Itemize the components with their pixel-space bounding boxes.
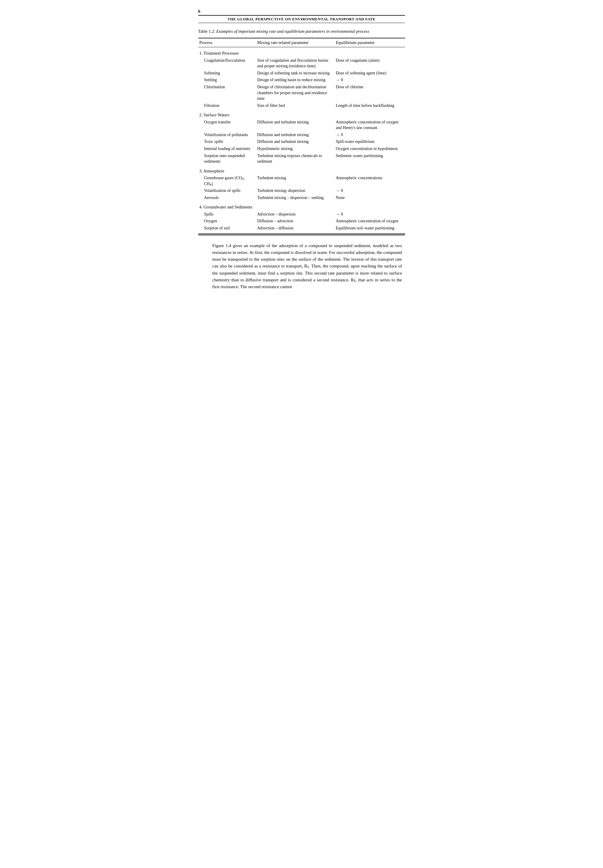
equil-cell: → 0 bbox=[335, 211, 405, 218]
equil-cell: Atmospheric concentration of oxygen bbox=[335, 217, 405, 225]
mixing-cell: Diffusion and turbulent mixing bbox=[256, 138, 335, 145]
table-row: Volatilization of spillsTurbulent mixing… bbox=[198, 187, 405, 194]
process-cell: Greenhouse gases (CO₂, CH₄) bbox=[198, 174, 256, 187]
equil-cell: → 0 bbox=[335, 131, 405, 139]
table-row: Volatilization of pollutantsDiffusion an… bbox=[198, 131, 405, 139]
process-cell: Toxic spills bbox=[198, 138, 256, 145]
mixing-cell: Design of settling basin to reduce mixin… bbox=[256, 77, 335, 83]
process-cell: Internal loading of nutrients bbox=[198, 145, 256, 152]
process-cell: Filtration bbox=[198, 102, 256, 109]
mixing-cell: Turbulent mixing bbox=[256, 174, 335, 187]
equil-cell: Dose of softening agent (lime) bbox=[335, 70, 405, 77]
table-row: SpillsAdvection – dispersion→ 0 bbox=[198, 211, 405, 218]
section-header: 2. Surface Waters bbox=[198, 109, 405, 119]
col-header-equil: Equilibrium parameter bbox=[335, 38, 405, 47]
mixing-cell: Turbulent mixing–dispersion bbox=[256, 187, 335, 194]
process-cell: Oxygen transfer bbox=[198, 119, 256, 131]
page-number: 6 bbox=[198, 9, 405, 14]
mixing-cell: Size of filter bed bbox=[256, 102, 335, 109]
mixing-cell: Advection – diffusion bbox=[256, 225, 335, 234]
equil-cell: Dose of coagulants (alum) bbox=[335, 57, 405, 70]
process-cell: Softening bbox=[198, 70, 256, 77]
table-row: ChlorinationDesign of chlorination and d… bbox=[198, 83, 405, 102]
table-row: Oxygen transferDiffusion and turbulent m… bbox=[198, 119, 405, 131]
equil-cell: Spill-water equilibrium bbox=[335, 138, 405, 145]
equil-cell: None bbox=[335, 194, 405, 201]
process-cell: Spills bbox=[198, 211, 256, 218]
equil-cell: → 0 bbox=[335, 77, 405, 83]
equil-cell: Dose of chlorine bbox=[335, 83, 405, 102]
mixing-cell: Turbulent mixing – dispersion – settling bbox=[256, 194, 335, 201]
process-cell: Volatilization of pollutants bbox=[198, 131, 256, 139]
table-caption: Table 1.2: Examples of important mixing … bbox=[198, 28, 405, 34]
equil-cell: Length of time before backflushing bbox=[335, 102, 405, 109]
mixing-cell: Hypolimnetic mixing bbox=[256, 145, 335, 152]
section-header: 1. Treatment Processes bbox=[198, 47, 405, 57]
process-cell: Sorption onto suspended sediments bbox=[198, 152, 256, 165]
mixing-cell: Diffusion – advection bbox=[256, 217, 335, 225]
table-row: Coagulation/flocculationSize of coagulat… bbox=[198, 57, 405, 70]
table-row: SofteningDesign of softening tank to inc… bbox=[198, 70, 405, 77]
table-row: AerosolsTurbulent mixing – dispersion – … bbox=[198, 194, 405, 201]
process-cell: Aerosols bbox=[198, 194, 256, 201]
equil-cell: Equilibrium soil–water partitioning bbox=[335, 225, 405, 234]
table-row: Toxic spillsDiffusion and turbulent mixi… bbox=[198, 138, 405, 145]
mixing-cell: Size of coagulation and flocculation bas… bbox=[256, 57, 335, 70]
equil-cell: Sediment–water partitioning bbox=[335, 152, 405, 165]
table-row: SettlingDesign of settling basin to redu… bbox=[198, 77, 405, 83]
mixing-cell: Diffusion and turbulent mixing bbox=[256, 131, 335, 139]
process-cell: Volatilization of spills bbox=[198, 187, 256, 194]
process-cell: Coagulation/flocculation bbox=[198, 57, 256, 70]
process-cell: Oxygen bbox=[198, 217, 256, 225]
process-cell: Settling bbox=[198, 77, 256, 83]
table-row: Internal loading of nutrientsHypolimneti… bbox=[198, 145, 405, 152]
process-cell: Chlorination bbox=[198, 83, 256, 102]
mixing-cell: Turbulent mixing exposes chemicals to se… bbox=[256, 152, 335, 165]
equil-cell: Atmospheric concentration of oxygen and … bbox=[335, 119, 405, 131]
page-header: THE GLOBAL PERSPECTIVE ON ENVIRONMENTAL … bbox=[198, 15, 405, 23]
body-text: Figure 1.4 gives an example of the adsor… bbox=[198, 242, 405, 290]
section-header: 3. Atmosphere bbox=[198, 165, 405, 174]
mixing-cell: Diffusion and turbulent mixing bbox=[256, 119, 335, 131]
equil-cell: Atmospheric concentrations bbox=[335, 174, 405, 187]
table-row: Greenhouse gases (CO₂, CH₄)Turbulent mix… bbox=[198, 174, 405, 187]
main-table: Process Mixing rate-related parameter Eq… bbox=[198, 38, 405, 235]
equil-cell: → 0 bbox=[335, 187, 405, 194]
mixing-cell: Design of chlorination and dechlorinatio… bbox=[256, 83, 335, 102]
mixing-cell: Design of softening tank to increase mix… bbox=[256, 70, 335, 77]
col-header-process: Process bbox=[198, 38, 256, 47]
table-row: OxygenDiffusion – advectionAtmospheric c… bbox=[198, 217, 405, 225]
process-cell: Sorption of soil bbox=[198, 225, 256, 234]
table-row: Sorption onto suspended sedimentsTurbule… bbox=[198, 152, 405, 165]
section-header: 4. Groundwater and Sediments bbox=[198, 201, 405, 211]
equil-cell: Oxygen concentration in hypolimnon bbox=[335, 145, 405, 152]
mixing-cell: Advection – dispersion bbox=[256, 211, 335, 218]
col-header-mixing: Mixing rate-related parameter bbox=[256, 38, 335, 47]
table-row: FiltrationSize of filter bedLength of ti… bbox=[198, 102, 405, 109]
table-row: Sorption of soilAdvection – diffusionEqu… bbox=[198, 225, 405, 234]
